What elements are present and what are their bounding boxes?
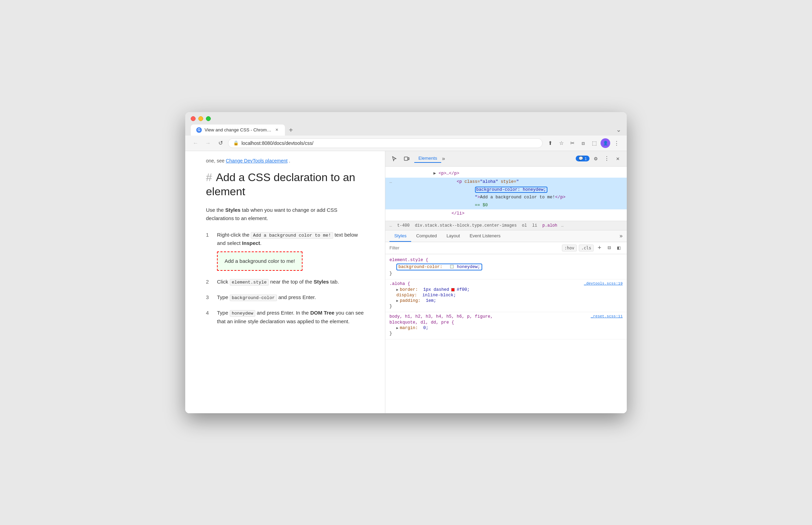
traffic-lights: [191, 116, 621, 121]
step-1-number: 1: [206, 231, 211, 271]
styles-tabs-more[interactable]: »: [620, 230, 623, 242]
section-hash: #: [206, 171, 212, 184]
css-rule-aloha: _devtools.scss:19 .aloha { ▶ border: 1px…: [385, 279, 627, 312]
devtools-tabs: Elements »: [414, 154, 573, 163]
reset-selector2: blockquote, dl, dd, pre {: [389, 320, 623, 325]
window-controls-right[interactable]: ⌄: [616, 126, 621, 136]
new-tab-button[interactable]: +: [286, 125, 296, 136]
step-2: 2 Click element.style near the top of th…: [206, 278, 364, 286]
demo-box[interactable]: Add a background color to me!: [217, 251, 303, 271]
aloha-display-line[interactable]: display: inline-block;: [389, 293, 623, 298]
step-3-code: background-color: [230, 295, 277, 301]
reset-close: }: [389, 331, 623, 336]
aloha-close: }: [389, 304, 623, 309]
tab-favicon: G: [196, 127, 202, 133]
svg-rect-1: [408, 158, 409, 160]
filter-actions: :hov .cls + ⊟ ◧: [562, 244, 623, 252]
hov-button[interactable]: :hov: [562, 245, 577, 251]
step-1: 1 Right-click the Add a background color…: [206, 231, 364, 271]
filter-input[interactable]: [389, 245, 559, 250]
styles-tab-event-listeners[interactable]: Event Listeners: [465, 230, 505, 242]
copy-styles-button[interactable]: ⊟: [605, 244, 613, 252]
intro-link-text: one, see Change DevTools placement .: [206, 158, 364, 164]
step-4-bold: DOM Tree: [310, 310, 334, 316]
css-rules: element.style { background-color: honeyd…: [385, 254, 627, 413]
breadcrumb-t400[interactable]: t-400: [397, 223, 409, 228]
dom-line-element[interactable]: … <p class="aloha" style=" background-co…: [385, 178, 627, 209]
aloha-border-line[interactable]: ▶ border: 1px dashed #f00;: [389, 287, 623, 293]
styles-tab-styles[interactable]: Styles: [389, 230, 411, 242]
dom-tree: ▶ <p>…</p> … <p class="aloha" style=" ba…: [385, 167, 627, 221]
styles-tab-computed[interactable]: Computed: [411, 230, 442, 242]
breadcrumb-div[interactable]: div.stack.stack--block.type.center-image…: [415, 223, 517, 228]
lock-icon: 🔒: [233, 140, 239, 146]
close-button[interactable]: [191, 116, 196, 121]
browser-window: G View and change CSS - Chrom… ✕ + ⌄ ← →…: [185, 112, 627, 413]
step-1-bold: Inspect: [242, 240, 260, 246]
aloha-padding-line[interactable]: ▶ padding: 1em;: [389, 298, 623, 304]
section-title: # Add a CSS declaration to an element: [206, 170, 364, 199]
svg-rect-0: [404, 157, 408, 160]
inspect-tool-button[interactable]: [389, 154, 399, 164]
title-bar: G View and change CSS - Chrom… ✕ + ⌄: [185, 112, 627, 136]
dom-line-li-close: </li>: [385, 209, 627, 218]
browser-tab[interactable]: G View and change CSS - Chrom… ✕: [191, 125, 285, 136]
close-tab-button[interactable]: ✕: [274, 127, 279, 133]
step-4-number: 4: [206, 309, 211, 326]
tabs-row: G View and change CSS - Chrom… ✕ + ⌄: [191, 125, 621, 136]
device-tool-button[interactable]: [402, 154, 412, 164]
reset-margin-line[interactable]: ▶ margin: 0;: [389, 325, 623, 331]
devtools-more-button[interactable]: ⋮: [602, 154, 612, 164]
breadcrumb-ellipsis: …: [389, 223, 392, 228]
devtools-tab-elements[interactable]: Elements: [414, 154, 441, 163]
reset-source[interactable]: _reset.scss:11: [591, 314, 623, 318]
console-badge[interactable]: 💬 1: [576, 156, 590, 161]
cut-button[interactable]: ✂: [567, 138, 577, 148]
aloha-source[interactable]: _devtools.scss:19: [584, 281, 623, 286]
extensions-button[interactable]: ⧈: [578, 138, 588, 148]
step-2-number: 2: [206, 278, 211, 286]
toggle-sidebar-button[interactable]: ◧: [615, 244, 623, 252]
css-rule-element-style: element.style { background-color: honeyd…: [385, 256, 627, 279]
breadcrumb-sep: [393, 223, 396, 228]
devtools-settings-button[interactable]: ⚙: [591, 154, 601, 164]
address-bar[interactable]: 🔒 localhost:8080/docs/devtools/css/: [228, 138, 543, 148]
breadcrumb-p[interactable]: p.aloh: [542, 223, 557, 228]
webpage-panel: one, see Change DevTools placement . # A…: [185, 151, 385, 413]
intro-text: Use the Styles tab when you want to chan…: [206, 206, 364, 222]
forward-button[interactable]: →: [203, 138, 213, 148]
more-button[interactable]: ⋮: [612, 138, 621, 148]
nav-actions: ⬆ ☆ ✂ ⧈ ⬚ 👤 ⋮: [545, 138, 621, 148]
refresh-button[interactable]: ↺: [216, 138, 225, 148]
step-2-content: Click element.style near the top of the …: [217, 278, 364, 286]
add-rule-button[interactable]: +: [596, 244, 603, 252]
devtools-tabs-more[interactable]: »: [442, 156, 445, 162]
styles-tabs: Styles Computed Layout Event Listeners »: [385, 230, 627, 242]
step-1-code: Add a background color to me!: [251, 232, 333, 239]
step-2-code: element.style: [230, 279, 269, 286]
bookmark-button[interactable]: ☆: [556, 138, 566, 148]
styles-tab-layout[interactable]: Layout: [442, 230, 465, 242]
step-3: 3 Type background-color and press Enter.: [206, 293, 364, 302]
step-4: 4 Type honeydew and press Enter. In the …: [206, 309, 364, 326]
step-3-number: 3: [206, 293, 211, 302]
breadcrumb-li[interactable]: li: [532, 223, 537, 228]
profile-button[interactable]: ⬚: [590, 138, 599, 148]
back-button[interactable]: ←: [191, 138, 200, 148]
step-1-content: Right-click the Add a background color t…: [217, 231, 364, 271]
url-text: localhost:8080/docs/devtools/css/: [241, 140, 537, 146]
change-devtools-link[interactable]: Change DevTools placement: [226, 158, 288, 164]
maximize-button[interactable]: [206, 116, 211, 121]
css-line-bg-color[interactable]: background-color: honeydew;: [389, 263, 623, 271]
aloha-selector-line: _devtools.scss:19 .aloha {: [389, 281, 623, 287]
element-style-selector: element.style {: [389, 257, 623, 263]
filter-bar: :hov .cls + ⊟ ◧: [385, 242, 627, 254]
minimize-button[interactable]: [198, 116, 203, 121]
devtools-header: Elements » 💬 1 ⚙ ⋮ ✕: [385, 151, 627, 167]
avatar[interactable]: 👤: [601, 138, 610, 148]
share-button[interactable]: ⬆: [545, 138, 555, 148]
cls-button[interactable]: .cls: [579, 245, 594, 251]
devtools-close-button[interactable]: ✕: [613, 154, 623, 164]
breadcrumb-ol[interactable]: ol: [522, 223, 527, 228]
styles-bold: Styles: [225, 207, 240, 213]
